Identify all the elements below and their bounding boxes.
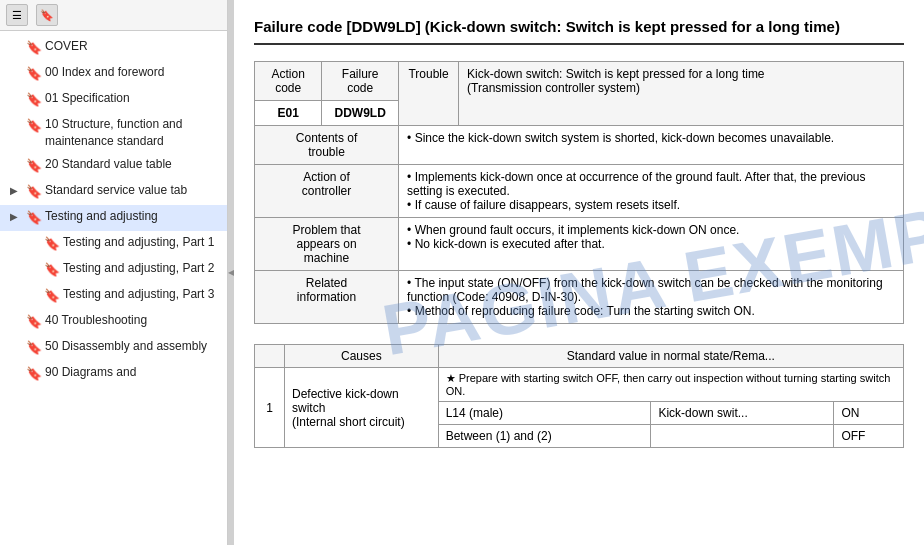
causes-col-standard: Standard value in normal state/Rema... <box>438 345 903 368</box>
sidebar-toolbar: ☰ 🔖 <box>0 0 227 31</box>
sidebar-item-label: 10 Structure, function and maintenance s… <box>45 116 221 150</box>
bookmark-icon: 🔖 <box>26 209 40 227</box>
sidebar-item-testing-part3[interactable]: 🔖 Testing and adjusting, Part 3 <box>0 283 227 309</box>
page-title: Failure code [DDW9LD] (Kick-down switch:… <box>254 16 904 45</box>
row-label-action: Action ofcontroller <box>255 165 399 218</box>
cause-condition: ★ Prepare with starting switch OFF, then… <box>438 368 903 402</box>
cause-num: 1 <box>255 368 285 448</box>
bookmark-icon: 🔖 <box>26 339 40 357</box>
sidebar-item-label: Standard service value tab <box>45 182 221 199</box>
table-row: Action ofcontroller • Implements kick-do… <box>255 165 904 218</box>
row-content-contents: • Since the kick-down switch system is s… <box>399 126 904 165</box>
sidebar-item-90-diagrams[interactable]: 🔖 90 Diagrams and <box>0 361 227 387</box>
table-row: 1 Defective kick-down switch(Internal sh… <box>255 368 904 402</box>
cause-between-label: Between (1) and (2) <box>438 425 651 448</box>
sidebar-item-label: 01 Specification <box>45 90 221 107</box>
col-header-action-code: Action code <box>255 62 322 101</box>
table-row: Relatedinformation • The input state (ON… <box>255 271 904 324</box>
cause-val-on: ON <box>834 402 904 425</box>
cause-between-empty <box>651 425 834 448</box>
bookmark-icon: 🔖 <box>44 287 58 305</box>
row-label-contents: Contents oftrouble <box>255 126 399 165</box>
causes-col-causes: Causes <box>285 345 439 368</box>
row-content-problem: • When ground fault occurs, it implement… <box>399 218 904 271</box>
sidebar-item-label: 40 Troubleshooting <box>45 312 221 329</box>
action-code-value: E01 <box>255 101 322 126</box>
bookmark-icon: 🔖 <box>26 65 40 83</box>
col-header-trouble: Trouble <box>399 62 459 126</box>
sidebar-item-label: COVER <box>45 38 221 55</box>
bookmark-toolbar-icon[interactable]: 🔖 <box>36 4 58 26</box>
info-table: Action code Failure code Trouble Kick-do… <box>254 61 904 324</box>
bookmark-icon: 🔖 <box>26 91 40 109</box>
failure-code-value: DDW9LD <box>322 101 399 126</box>
sidebar-item-label: Testing and adjusting, Part 2 <box>63 260 221 277</box>
sidebar-item-label: Testing and adjusting <box>45 208 221 225</box>
bookmark-icon: 🔖 <box>44 261 58 279</box>
bookmark-icon: 🔖 <box>44 235 58 253</box>
col-header-trouble-desc: Kick-down switch: Switch is kept pressed… <box>459 62 904 126</box>
sidebar-item-label: 50 Disassembly and assembly <box>45 338 221 355</box>
sidebar-item-label: 00 Index and foreword <box>45 64 221 81</box>
causes-table: Causes Standard value in normal state/Re… <box>254 344 904 448</box>
cause-val-off: OFF <box>834 425 904 448</box>
sidebar-item-40-troubleshooting[interactable]: 🔖 40 Troubleshooting <box>0 309 227 335</box>
sidebar-item-label: Testing and adjusting, Part 3 <box>63 286 221 303</box>
sidebar-item-standard-service[interactable]: ▶ 🔖 Standard service value tab <box>0 179 227 205</box>
sidebar-item-50-disassembly[interactable]: 🔖 50 Disassembly and assembly <box>0 335 227 361</box>
bookmark-icon: 🔖 <box>26 365 40 383</box>
cause-description: Defective kick-down switch(Internal shor… <box>285 368 439 448</box>
sidebar-item-label: Testing and adjusting, Part 1 <box>63 234 221 251</box>
table-row: Problem thatappears onmachine • When gro… <box>255 218 904 271</box>
expand-arrow-icon: ▶ <box>10 184 24 198</box>
sidebar-item-20-standard[interactable]: 🔖 20 Standard value table <box>0 153 227 179</box>
bookmark-icon: 🔖 <box>26 39 40 57</box>
col-header-failure-code: Failure code <box>322 62 399 101</box>
main-content: PAGINA EXEMPLU Failure code [DDW9LD] (Ki… <box>234 0 924 545</box>
sidebar-item-00-index[interactable]: 🔖 00 Index and foreword <box>0 61 227 87</box>
causes-col-num <box>255 345 285 368</box>
sidebar-item-01-spec[interactable]: 🔖 01 Specification <box>0 87 227 113</box>
expand-arrow-icon: ▶ <box>10 210 24 224</box>
sidebar-item-label: 20 Standard value table <box>45 156 221 173</box>
menu-icon[interactable]: ☰ <box>6 4 28 26</box>
sidebar-item-testing-part2[interactable]: 🔖 Testing and adjusting, Part 2 <box>0 257 227 283</box>
row-label-related: Relatedinformation <box>255 271 399 324</box>
row-content-action: • Implements kick-down once at occurrenc… <box>399 165 904 218</box>
cause-terminal-name: Kick-down swit... <box>651 402 834 425</box>
sidebar-item-cover[interactable]: 🔖 COVER <box>0 35 227 61</box>
sidebar-nav: 🔖 COVER 🔖 00 Index and foreword 🔖 01 Spe… <box>0 31 227 545</box>
bookmark-icon: 🔖 <box>26 313 40 331</box>
sidebar-item-10-structure[interactable]: 🔖 10 Structure, function and maintenance… <box>0 113 227 153</box>
bookmark-icon: 🔖 <box>26 183 40 201</box>
bookmark-icon: 🔖 <box>26 117 40 135</box>
cause-terminal-label: L14 (male) <box>438 402 651 425</box>
table-row: Contents oftrouble • Since the kick-down… <box>255 126 904 165</box>
row-content-related: • The input state (ON/OFF) from the kick… <box>399 271 904 324</box>
sidebar-item-testing[interactable]: ▶ 🔖 Testing and adjusting <box>0 205 227 231</box>
sidebar-item-testing-part1[interactable]: 🔖 Testing and adjusting, Part 1 <box>0 231 227 257</box>
sidebar-item-label: 90 Diagrams and <box>45 364 221 381</box>
sidebar: ☰ 🔖 🔖 COVER 🔖 00 Index and foreword 🔖 01… <box>0 0 228 545</box>
row-label-problem: Problem thatappears onmachine <box>255 218 399 271</box>
bookmark-icon: 🔖 <box>26 157 40 175</box>
